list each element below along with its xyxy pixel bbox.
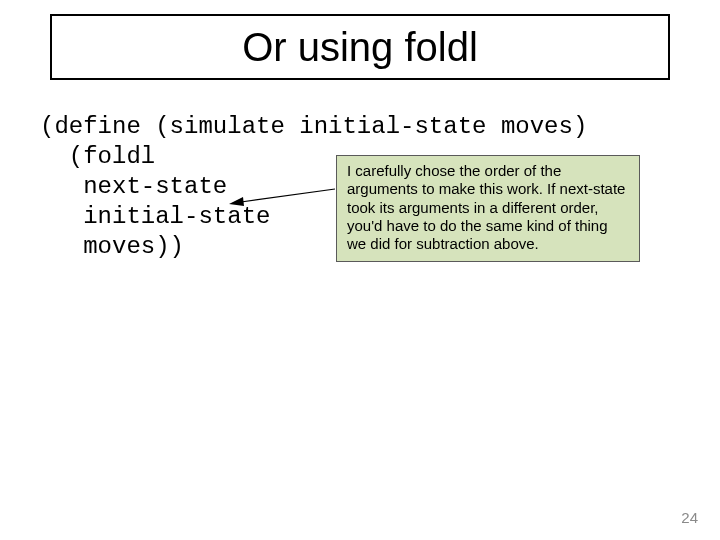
- slide-title: Or using foldl: [242, 25, 478, 70]
- callout-note: I carefully chose the order of the argum…: [336, 155, 640, 262]
- title-box: Or using foldl: [50, 14, 670, 80]
- page-number: 24: [681, 509, 698, 526]
